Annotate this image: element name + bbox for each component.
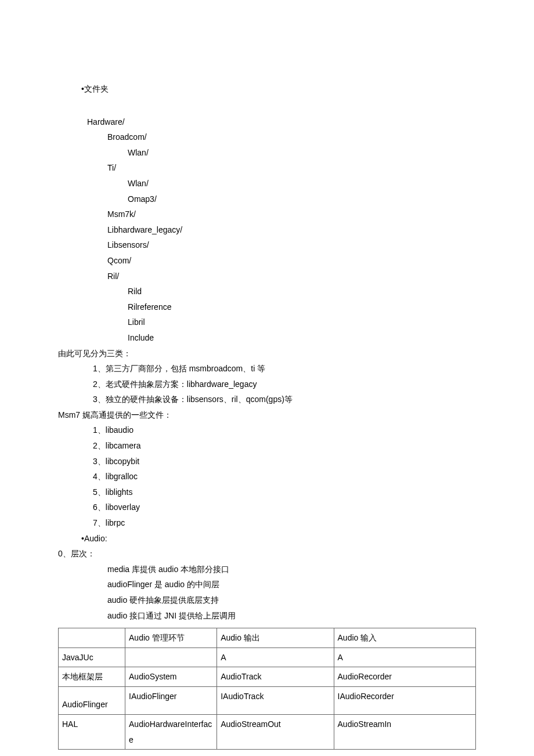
table-cell: AudioFlinger [59, 686, 125, 714]
classify-item-3: 3、独立的硬件抽象设备：libsensors、ril、qcom(gps)等 [93, 392, 476, 407]
layer-line-1: media 库提供 audio 本地部分接口 [107, 562, 476, 577]
tree-qcom: Qcom/ [107, 253, 476, 269]
table-cell: HAL [59, 714, 125, 749]
table-cell: AudioStreamOut [217, 714, 334, 749]
layer-line-2: audioFlinger 是 audio 的中间层 [107, 577, 476, 592]
table-cell: IAudioRecorder [334, 686, 475, 714]
classify-intro: 由此可见分为三类： [58, 346, 476, 361]
table-cell: JavaJUc [59, 648, 125, 667]
table-cell: AudioTrack [217, 667, 334, 687]
classify-item-1: 1、第三方厂商部分，包括 msmbroadcom、ti 等 [93, 361, 476, 377]
audio-section-header: •Audio: [81, 531, 476, 547]
tree-root: Hardware/ [87, 114, 476, 130]
layer-line-3: audio 硬件抽象层提供底层支持 [107, 592, 476, 608]
table-cell: IAudioTrack [217, 686, 334, 714]
table-cell: 本地框架层 [59, 667, 125, 687]
tree-broadcom: Broadcom/ [107, 129, 476, 145]
msm7-item-3: 3、libcopybit [93, 454, 476, 469]
tree-libhardware-legacy: Libhardware_legacy/ [107, 222, 476, 238]
table-header-manage: Audio 管理环节 [125, 628, 217, 648]
tree-include: Include [128, 330, 476, 346]
table-header-output: Audio 输出 [217, 628, 334, 648]
msm7-item-2: 2、libcamera [93, 438, 476, 454]
msm7-intro: Msm7 娓高通提供的一些文件： [58, 407, 476, 423]
tree-libril: Libril [128, 314, 476, 330]
tree-broadcom-wlan: Wlan/ [128, 145, 476, 161]
msm7-item-6: 6、liboverlay [93, 500, 476, 515]
table-row: 本地框架层 AudioSystem AudioTrack AudioRecord… [59, 667, 476, 687]
msm7-item-1: 1、libaudio [93, 422, 476, 438]
table-cell: AudioStreamIn [334, 714, 475, 749]
tree-msm7k: Msm7k/ [107, 207, 476, 222]
layer-line-4: audio 接口通过 JNI 提供给上层调用 [107, 608, 476, 624]
table-header-input: Audio 输入 [334, 628, 475, 648]
msm7-item-4: 4、libgralloc [93, 469, 476, 484]
classify-item-2: 2、老式硬件抽象层方案：libhardware_legacy [93, 377, 476, 392]
table-cell: AudioSystem [125, 667, 217, 687]
table-cell: IAudioFlinger [125, 686, 217, 714]
table-cell-empty [59, 628, 125, 648]
tree-rild: Rild [128, 284, 476, 299]
msm7-item-7: 7、librpc [93, 515, 476, 531]
table-cell [125, 648, 217, 667]
tree-libsensors: Libsensors/ [107, 237, 476, 253]
table-row: AudioFlinger IAudioFlinger IAudioTrack I… [59, 686, 476, 714]
layer-intro: 0、层次： [58, 546, 476, 562]
tree-ti-omap3: Omap3/ [128, 191, 476, 207]
tree-rilreference: Rilreference [128, 299, 476, 315]
audio-table: Audio 管理环节 Audio 输出 Audio 输入 JavaJUc A A… [58, 628, 476, 750]
msm7-item-5: 5、liblights [93, 484, 476, 500]
table-cell: AudioRecorder [334, 667, 475, 687]
table-cell: A [217, 648, 334, 667]
table-row: HAL AudioHardwareInterface AudioStreamOu… [59, 714, 476, 749]
table-cell: A [334, 648, 475, 667]
table-row: JavaJUc A A [59, 648, 476, 667]
folder-section-header: •文件夹 [81, 81, 476, 97]
tree-ti-wlan: Wlan/ [128, 176, 476, 191]
tree-ril: Ril/ [107, 269, 476, 284]
table-row: Audio 管理环节 Audio 输出 Audio 输入 [59, 628, 476, 648]
tree-ti: Ti/ [107, 160, 476, 176]
table-cell: AudioHardwareInterface [125, 714, 217, 749]
